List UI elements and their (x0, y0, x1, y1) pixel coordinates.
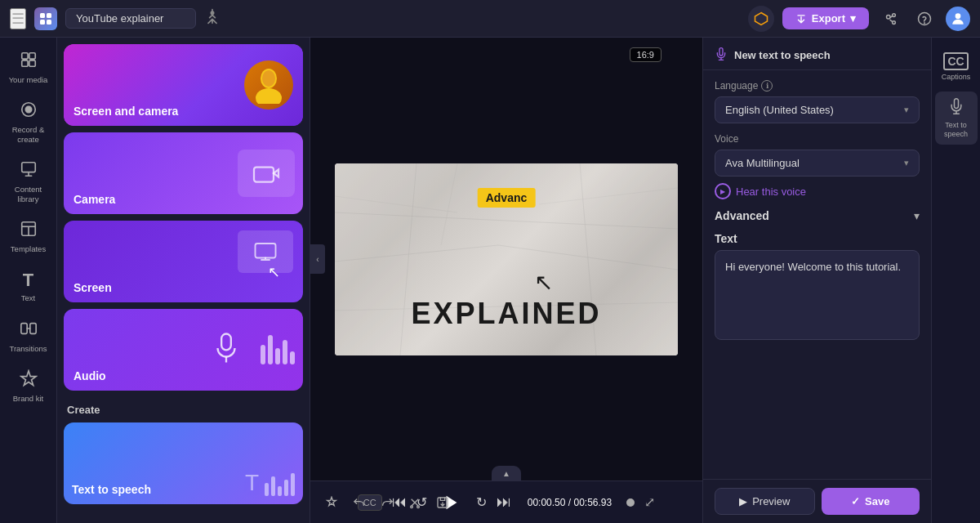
preview-label: Preview (752, 495, 790, 507)
help-button[interactable] (911, 6, 938, 32)
preview-area: ‹ 16:9 Advanc (310, 38, 702, 481)
paper-title: EXPLAINED (411, 297, 601, 331)
card-label-audio: Audio (74, 369, 106, 382)
timeline-toggle-button[interactable]: ▲ (492, 466, 521, 481)
right-side-tabs: CC Captions Text to speech (931, 38, 980, 523)
sidebar-item-brand-kit-label: Brand kit (13, 394, 44, 403)
advanced-section[interactable]: Advanced ▾ (715, 209, 920, 222)
magic-tool-button[interactable] (320, 491, 343, 514)
preview-button[interactable]: ▶ Preview (715, 488, 815, 515)
hear-play-icon: ▶ (715, 183, 731, 199)
sidebar-item-record-create[interactable]: Record & create (3, 94, 54, 150)
svg-point-14 (956, 13, 961, 19)
avatar[interactable] (946, 7, 970, 31)
svg-point-44 (417, 506, 420, 508)
sidebar-item-brand-kit[interactable]: Brand kit (3, 363, 54, 409)
svg-point-4 (211, 11, 213, 14)
svg-rect-6 (797, 15, 804, 16)
panel-card-audio[interactable]: Audio (64, 309, 303, 391)
svg-line-42 (539, 188, 678, 204)
sidebar-item-text[interactable]: T Text (3, 263, 54, 309)
skip-forward-button[interactable]: ⏭ (497, 494, 511, 511)
topbar: ☰ YouTube explainer Export ▾ (0, 0, 980, 38)
svg-rect-16 (29, 53, 34, 59)
panel-card-screen-camera[interactable]: Screen and camera (64, 44, 303, 126)
export-button[interactable]: Export ▾ (782, 7, 869, 29)
svg-point-28 (256, 88, 282, 104)
right-panel-body: Language ℹ English (United States) ▾ Voi… (703, 70, 931, 479)
sidebar-item-transitions-label: Transitions (9, 344, 47, 353)
collapse-panel-button[interactable]: ‹ (310, 244, 325, 274)
voice-select[interactable]: Ava Multilingual ▾ (715, 150, 920, 177)
sidebar-item-templates-label: Templates (11, 244, 46, 253)
language-label: Language (715, 80, 758, 92)
current-time: 00:00.50 (528, 497, 566, 508)
undo-button[interactable] (348, 491, 371, 514)
sidebar-item-your-media-label: Your media (9, 75, 48, 84)
voice-chevron-icon: ▾ (904, 158, 909, 168)
sidebar-item-transitions[interactable]: Transitions (3, 313, 54, 360)
upgrade-icon[interactable] (748, 6, 774, 32)
text-to-speech-tab[interactable]: Text to speech (935, 92, 978, 145)
voice-label: Voice (715, 133, 738, 145)
menu-button[interactable]: ☰ (10, 8, 26, 29)
svg-point-43 (411, 506, 413, 508)
time-display: 00:00.50 / 00:56.93 (528, 497, 612, 508)
tts-header-icon (715, 47, 728, 63)
svg-line-40 (441, 163, 457, 245)
hear-voice-button[interactable]: ▶ Hear this voice (715, 183, 806, 199)
redo-button[interactable] (376, 491, 399, 514)
svg-rect-3 (47, 20, 51, 25)
templates-icon (20, 220, 38, 242)
svg-point-19 (25, 107, 31, 113)
save-clip-button[interactable] (431, 491, 454, 514)
pin-icon (204, 8, 220, 29)
sidebar-item-templates[interactable]: Templates (3, 213, 54, 260)
language-info-icon: ℹ (761, 80, 773, 92)
panel-card-tts[interactable]: Text to speech T (64, 422, 303, 504)
cut-button[interactable] (403, 491, 426, 514)
share-button[interactable] (877, 6, 903, 32)
sidebar-item-record-label: Record & create (7, 125, 51, 144)
advanced-chevron-button[interactable]: ▾ (914, 209, 920, 222)
svg-point-13 (924, 22, 925, 23)
text-field: Text (715, 232, 920, 343)
svg-rect-1 (47, 13, 51, 18)
sidebar-item-content-library[interactable]: Content library (3, 154, 54, 210)
brand-kit-icon (20, 369, 38, 391)
save-button[interactable]: ✓ Save (822, 488, 920, 515)
hear-voice-label: Hear this voice (736, 186, 806, 198)
save-check-icon: ✓ (851, 495, 860, 507)
text-textarea[interactable] (715, 250, 920, 340)
export-chevron: ▾ (850, 12, 856, 25)
sidebar-item-your-media[interactable]: Your media (3, 44, 54, 91)
right-panel-title: New text to speech (734, 49, 831, 61)
language-select[interactable]: English (United States) ▾ (715, 96, 920, 123)
logo (34, 7, 57, 30)
record-icon (20, 101, 38, 123)
svg-line-35 (335, 245, 498, 262)
fullscreen-button[interactable]: ⤢ (644, 494, 655, 510)
voice-value: Ava Multilingual (725, 157, 800, 169)
right-panel-header: New text to speech (703, 38, 931, 70)
project-title[interactable]: YouTube explainer (65, 8, 196, 29)
svg-rect-0 (40, 13, 45, 18)
svg-line-34 (335, 212, 678, 229)
sidebar-item-text-label: Text (21, 293, 35, 302)
card-label-camera: Camera (74, 193, 115, 206)
fast-forward-button[interactable]: ↻ (476, 494, 487, 510)
cursor-icon: ↖ (534, 269, 553, 296)
language-field: Language ℹ English (United States) ▾ (715, 80, 920, 123)
text-icon: T (23, 270, 33, 291)
right-panel: New text to speech Language ℹ English (U… (702, 38, 931, 523)
svg-point-8 (893, 13, 896, 16)
create-section-title: Create (57, 397, 310, 419)
svg-rect-32 (221, 334, 231, 351)
captions-tab-icon: CC (943, 52, 968, 70)
panel-card-camera[interactable]: Camera (64, 132, 303, 214)
text-to-speech-tab-label: Text to speech (938, 121, 974, 139)
panel-card-screen[interactable]: ↖ Screen (64, 221, 303, 302)
progress-indicator (626, 498, 635, 507)
total-time: 00:56.93 (573, 497, 612, 508)
captions-tab[interactable]: CC Captions (935, 46, 978, 88)
